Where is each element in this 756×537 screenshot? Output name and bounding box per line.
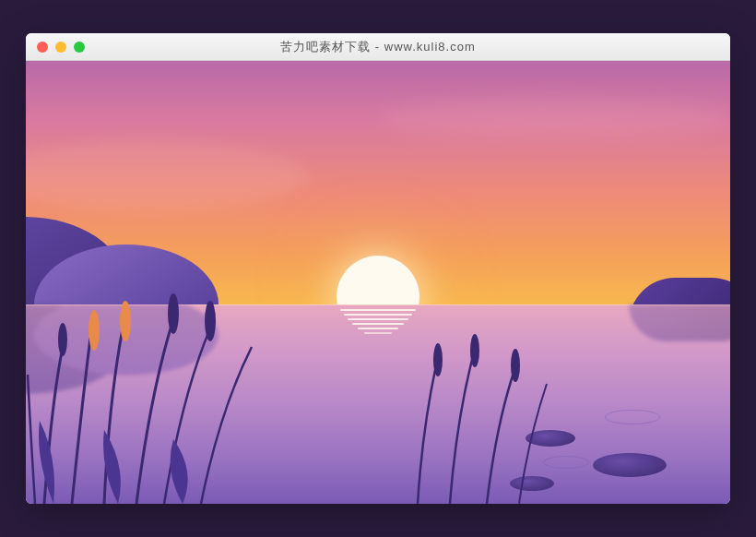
svg-point-10 bbox=[470, 334, 479, 367]
maximize-button[interactable] bbox=[74, 42, 85, 53]
water-ripple bbox=[605, 410, 660, 424]
svg-point-4 bbox=[89, 310, 100, 351]
svg-point-5 bbox=[120, 301, 131, 341]
svg-point-11 bbox=[511, 349, 520, 382]
svg-point-6 bbox=[205, 301, 216, 341]
reeds-right bbox=[399, 319, 565, 504]
traffic-lights bbox=[37, 42, 85, 53]
illustration-content bbox=[26, 61, 730, 504]
window-title: 苦力吧素材下载 - www.kuli8.com bbox=[26, 39, 730, 55]
browser-window: 苦力吧素材下载 - www.kuli8.com bbox=[26, 33, 730, 504]
svg-point-9 bbox=[433, 343, 443, 376]
minimize-button[interactable] bbox=[55, 42, 66, 53]
close-button[interactable] bbox=[37, 42, 48, 53]
reeds-left bbox=[26, 273, 284, 504]
window-titlebar: 苦力吧素材下载 - www.kuli8.com bbox=[26, 33, 730, 61]
svg-point-8 bbox=[58, 323, 67, 356]
svg-point-7 bbox=[168, 293, 179, 334]
